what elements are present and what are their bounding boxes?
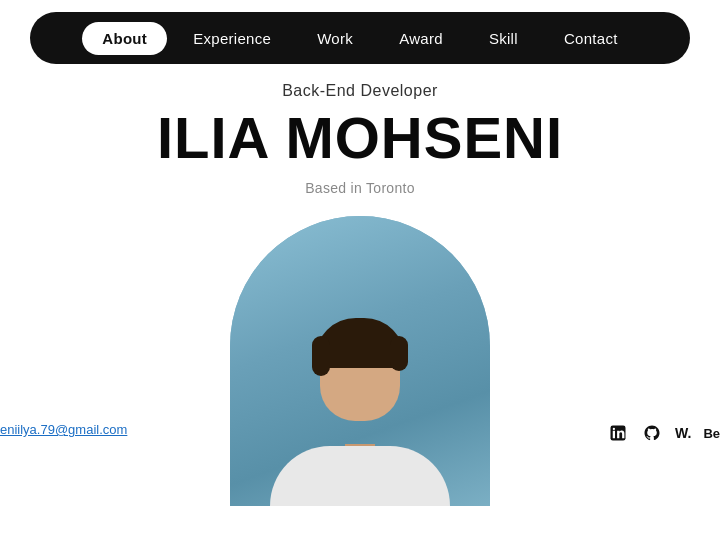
contact-email[interactable]: eniilya.79@gmail.com <box>0 418 127 441</box>
hero-location: Based in Toronto <box>0 180 720 196</box>
github-icon[interactable] <box>641 422 663 444</box>
hair-right <box>390 336 408 371</box>
hair-left <box>312 336 330 376</box>
social-links: W. Be <box>607 418 720 448</box>
nav-item-skill[interactable]: Skill <box>469 22 538 55</box>
website-icon[interactable]: W. <box>675 425 691 441</box>
nav-item-work[interactable]: Work <box>297 22 373 55</box>
behance-icon[interactable]: Be <box>703 426 720 441</box>
hero-subtitle: Back-End Developer <box>0 82 720 100</box>
svg-rect-1 <box>613 431 615 439</box>
svg-point-2 <box>613 428 615 430</box>
shoulders <box>270 446 450 506</box>
profile-photo <box>230 216 490 506</box>
linkedin-icon[interactable] <box>607 422 629 444</box>
hero-section: Back-End Developer ILIA MOHSENI Based in… <box>0 82 720 196</box>
hero-title: ILIA MOHSENI <box>0 106 720 170</box>
nav-item-award[interactable]: Award <box>379 22 463 55</box>
nav-item-experience[interactable]: Experience <box>173 22 291 55</box>
main-nav: About Experience Work Award Skill Contac… <box>30 12 690 64</box>
nav-item-about[interactable]: About <box>82 22 167 55</box>
nav-item-contact[interactable]: Contact <box>544 22 638 55</box>
